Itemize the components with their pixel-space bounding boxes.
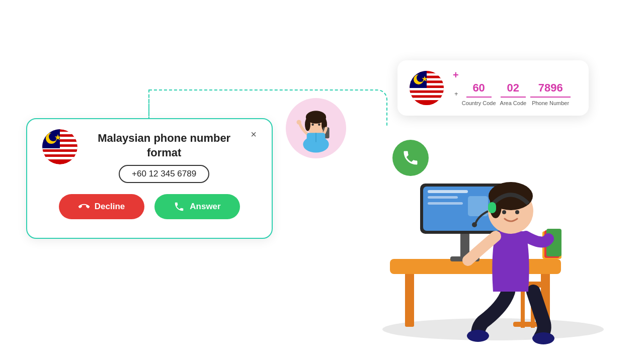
svg-rect-53 xyxy=(428,202,463,205)
answer-icon xyxy=(174,201,185,212)
svg-point-68 xyxy=(472,222,477,227)
area-code-field: 02 Area Code xyxy=(500,81,527,107)
desk-scene-illustration xyxy=(312,106,624,347)
close-button[interactable]: × xyxy=(251,129,257,139)
svg-rect-52 xyxy=(428,196,458,199)
plus-label: + xyxy=(454,90,458,98)
answer-button[interactable]: Answer xyxy=(154,194,240,219)
svg-rect-51 xyxy=(428,190,468,193)
area-code-value: 02 xyxy=(501,81,526,98)
connector-line-left xyxy=(148,89,149,120)
malaysia-flag xyxy=(42,129,77,164)
call-title-area: Malaysian phone number format +60 12 345… xyxy=(88,131,240,183)
decline-icon xyxy=(78,201,90,212)
country-code-field: 60 Country Code xyxy=(462,81,496,107)
svg-rect-67 xyxy=(488,202,496,213)
call-title: Malaysian phone number format xyxy=(88,131,240,160)
decline-label: Decline xyxy=(95,202,125,212)
svg-point-35 xyxy=(305,118,310,131)
svg-rect-26 xyxy=(42,157,77,159)
breakdown-fields: + + 60 Country Code 02 Area Code 7896 Ph… xyxy=(453,69,571,107)
svg-rect-19 xyxy=(427,71,444,105)
decline-button[interactable]: Decline xyxy=(59,194,144,219)
phone-number-value: 7896 xyxy=(530,81,571,98)
answer-label: Answer xyxy=(190,202,220,212)
svg-point-63 xyxy=(532,332,554,344)
country-code-value: 60 xyxy=(466,81,492,98)
svg-point-62 xyxy=(467,330,489,342)
plus-symbol: + xyxy=(453,69,459,81)
call-buttons: Decline Answer xyxy=(42,194,257,219)
breakdown-flag xyxy=(410,71,444,105)
phone-number-field: 7896 Phone Number xyxy=(530,81,571,107)
svg-point-69 xyxy=(502,210,506,214)
svg-point-40 xyxy=(297,120,301,125)
call-card-header: Malaysian phone number format +60 12 345… xyxy=(42,129,257,183)
call-card: Malaysian phone number format +60 12 345… xyxy=(26,118,273,239)
phone-number-display: +60 12 345 6789 xyxy=(119,165,209,183)
svg-point-70 xyxy=(515,210,519,214)
svg-rect-25 xyxy=(42,152,77,154)
svg-rect-44 xyxy=(405,272,414,327)
